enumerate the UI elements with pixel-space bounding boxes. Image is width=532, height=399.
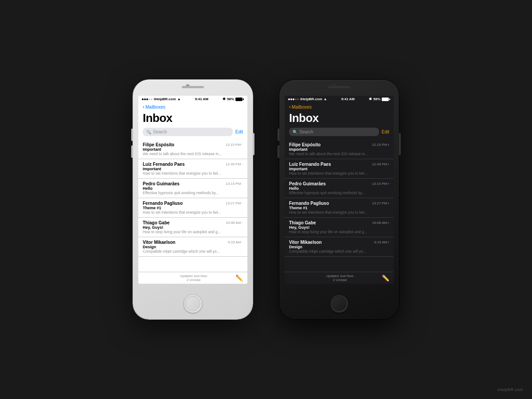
list-item[interactable]: Luiz Fernando Paes 12:45 PM › Important …	[285, 159, 394, 179]
email-time: 9:15 AM	[228, 240, 241, 244]
email-time-row: 12:15 PM ›	[226, 143, 243, 147]
signal-dot-5	[297, 98, 299, 100]
email-time: 13:15 PM	[372, 182, 387, 186]
signal-dot-1	[142, 98, 144, 100]
status-bar: iHelpBR.com ▲ 9:41 AM ✱ 58%	[285, 96, 394, 102]
nav-bar: ‹ Mailboxes	[138, 102, 247, 110]
email-time-row: 10:06 AM ›	[226, 221, 243, 225]
email-header: Pedro Guimarães 13:15 PM ›	[289, 181, 389, 186]
email-header: Fernando Pagliuso 13:27 PM ›	[289, 201, 389, 206]
email-sender: Thiago Gabe	[289, 220, 316, 225]
signal-dot-2	[290, 98, 292, 100]
list-item[interactable]: Vitor Mikaelson 9:15 AM › Design Compati…	[285, 237, 394, 257]
search-field[interactable]: 🔍 Search	[143, 128, 233, 136]
chevron-right-icon: ›	[242, 201, 243, 205]
wifi-icon: ▲	[324, 97, 327, 101]
battery-percent: 58%	[227, 97, 234, 101]
home-button[interactable]	[184, 294, 202, 313]
list-item[interactable]: Filipe Espósito 12:15 PM › Important We …	[285, 140, 394, 159]
chevron-right-icon: ›	[242, 221, 243, 225]
chevron-right-icon: ›	[388, 182, 389, 186]
light-screen: iHelpBR.com ▲ 9:41 AM ✱ 58% ‹ Mailboxes	[138, 96, 247, 284]
email-time: 13:27 PM	[226, 201, 241, 205]
home-button-inner	[332, 296, 347, 311]
back-chevron-icon: ‹	[143, 104, 145, 110]
updated-text: Updated Just Now	[152, 274, 235, 278]
email-preview: Effective hypnosis quit smoking methods …	[143, 191, 243, 195]
edit-button[interactable]: Edit	[382, 129, 389, 134]
back-button[interactable]: ‹ Mailboxes	[143, 104, 243, 110]
power-button[interactable]	[253, 133, 254, 155]
bluetooth-icon: ✱	[223, 97, 226, 101]
email-preview: How to stop living your life on autopilo…	[289, 230, 389, 234]
compose-button[interactable]: ✏️	[235, 274, 243, 282]
unread-count: 2 Unread	[152, 278, 235, 282]
email-sender: Fernando Pagliuso	[289, 201, 329, 206]
bottom-info: Updated Just Now 2 Unread	[298, 274, 382, 282]
email-time: 10:06 AM	[226, 221, 241, 225]
inbox-title: Inbox	[285, 110, 394, 128]
light-iphone: iHelpBR.com ▲ 9:41 AM ✱ 58% ‹ Mailboxes	[133, 80, 253, 319]
back-button[interactable]: ‹ Mailboxes	[289, 104, 389, 110]
email-subject: Hello	[143, 186, 243, 191]
search-field[interactable]: 🔍 Search	[289, 128, 379, 136]
email-subject: Theme #1	[289, 206, 389, 210]
search-row: 🔍 Search Edit	[285, 128, 394, 140]
email-header: Thiago Gabe 10:06 AM ›	[143, 220, 243, 225]
list-item[interactable]: Vitor Mikaelson 9:15 AM › Design Compati…	[138, 237, 247, 257]
wifi-icon: ▲	[177, 97, 181, 101]
email-preview: Compatible inkjet cartridge which one wi…	[143, 249, 243, 254]
email-header: Luiz Fernando Paes 12:45 PM ›	[289, 162, 389, 167]
list-item[interactable]: Thiago Gabe 10:06 AM › Hey, Guys! How to…	[138, 218, 247, 237]
signal-dot-3	[293, 98, 294, 100]
home-button[interactable]	[330, 294, 348, 313]
search-row: 🔍 Search Edit	[138, 128, 247, 140]
signal-dot-4	[149, 98, 150, 100]
email-preview: We need to talk about the next iOS relea…	[289, 152, 389, 156]
email-subject: Theme #1	[143, 206, 243, 210]
status-left: iHelpBR.com ▲	[142, 97, 181, 101]
volume-up-button[interactable]	[131, 129, 133, 141]
email-header: Vitor Mikaelson 9:15 AM ›	[143, 240, 243, 245]
bottom-info: Updated Just Now 2 Unread	[152, 274, 235, 282]
email-preview: How to set intentions that energize you …	[289, 210, 389, 215]
email-time-row: 12:45 PM ›	[226, 162, 243, 166]
back-label: Mailboxes	[145, 105, 165, 110]
back-chevron-icon: ‹	[289, 104, 291, 110]
list-item[interactable]: Fernando Pagliuso 13:27 PM › Theme #1 Ho…	[138, 198, 247, 218]
power-button[interactable]	[399, 133, 401, 155]
signal-dot-5	[151, 98, 153, 100]
email-subject: Important	[143, 167, 243, 171]
list-item[interactable]: Filipe Espósito 12:15 PM › Important We …	[138, 140, 247, 159]
email-subject: Design	[289, 245, 389, 249]
battery-percent: 58%	[373, 97, 380, 101]
email-subject: Important	[289, 167, 389, 171]
speaker-grill	[328, 86, 350, 88]
edit-button[interactable]: Edit	[235, 129, 243, 134]
battery-fill	[383, 98, 386, 100]
email-header: Filipe Espósito 12:15 PM ›	[143, 142, 243, 147]
dark-iphone: iHelpBR.com ▲ 9:41 AM ✱ 58% ‹ Mailboxes	[279, 80, 399, 319]
carrier-name: iHelpBR.com	[300, 97, 322, 101]
nav-bar: ‹ Mailboxes	[285, 102, 394, 110]
search-placeholder: Search	[299, 129, 313, 134]
list-item[interactable]: Pedro Guimarães 13:15 PM › Hello Effecti…	[138, 179, 247, 198]
status-time: 9:41 AM	[195, 97, 208, 101]
email-time-row: 12:15 PM ›	[372, 143, 389, 147]
toolbar: Updated Just Now 2 Unread ✏️	[138, 272, 247, 284]
volume-down-button[interactable]	[131, 145, 133, 158]
carrier-name: iHelpBR.com	[154, 97, 176, 101]
list-item[interactable]: Luiz Fernando Paes 12:45 PM › Important …	[138, 159, 247, 179]
email-sender: Pedro Guimarães	[143, 181, 180, 186]
email-time: 10:06 AM	[372, 221, 387, 225]
compose-button[interactable]: ✏️	[382, 274, 389, 282]
volume-down-button[interactable]	[278, 145, 279, 158]
email-sender: Vitor Mikaelson	[289, 240, 322, 245]
email-list: Filipe Espósito 12:15 PM › Important We …	[138, 140, 247, 272]
list-item[interactable]: Fernando Pagliuso 13:27 PM › Theme #1 Ho…	[285, 198, 394, 218]
list-item[interactable]: Thiago Gabe 10:06 AM › Hey, Guys! How to…	[285, 218, 394, 237]
status-right: ✱ 58%	[369, 97, 390, 101]
list-item[interactable]: Pedro Guimarães 13:15 PM › Hello Effecti…	[285, 179, 394, 198]
volume-up-button[interactable]	[278, 129, 279, 141]
signal-dots	[288, 98, 299, 100]
